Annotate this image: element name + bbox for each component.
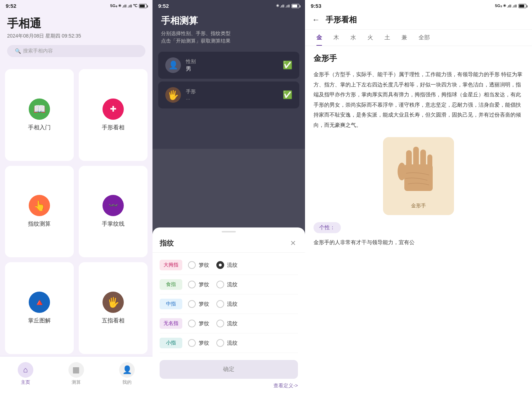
middle-luowen-radio[interactable] bbox=[188, 300, 196, 308]
search-bar[interactable]: 🔍 搜索手相内容 bbox=[7, 45, 145, 57]
grid-item-palm-mounds[interactable]: 🔺 掌丘图解 bbox=[5, 262, 74, 354]
battery-2 bbox=[292, 4, 299, 8]
thumb-liuwen-option[interactable]: 流纹 bbox=[216, 261, 238, 269]
modal-close-button[interactable]: ✕ bbox=[288, 238, 298, 248]
thumb-luowen-label: 箩纹 bbox=[199, 262, 209, 269]
time-3: 9:53 bbox=[311, 3, 321, 9]
battery-3 bbox=[519, 4, 526, 8]
middle-tag: 中指 bbox=[160, 299, 182, 309]
tab-jian[interactable]: 兼 bbox=[396, 30, 413, 46]
home-icon: ⌂ bbox=[18, 362, 33, 378]
grid-item-palm-lines[interactable]: 〰️ 手掌纹线 bbox=[79, 166, 148, 258]
palm-lines-label: 手掌纹线 bbox=[102, 220, 124, 228]
thumb-luowen-option[interactable]: 箩纹 bbox=[188, 261, 209, 269]
hand-shape-icon: ✚ bbox=[102, 98, 124, 120]
middle-luowen-option[interactable]: 箩纹 bbox=[188, 300, 209, 308]
ring-luowen-radio[interactable] bbox=[188, 320, 196, 327]
ring-tag: 无名指 bbox=[160, 318, 182, 329]
battery-1 bbox=[139, 4, 147, 8]
palm-mounds-icon: 🔺 bbox=[29, 292, 50, 313]
tab-huo[interactable]: 火 bbox=[362, 30, 379, 46]
selection-cards: 👤 性别 男 ✅ 🖐 手形 ··· ✅ bbox=[153, 52, 305, 111]
modal-header: 指纹 ✕ bbox=[153, 232, 305, 253]
pinky-liuwen-radio[interactable] bbox=[216, 339, 224, 347]
middle-liuwen-radio[interactable] bbox=[216, 300, 224, 308]
handshape-card[interactable]: 🖐 手形 ··· ✅ bbox=[158, 81, 299, 108]
personality-tag: 个性： bbox=[314, 222, 341, 233]
index-liuwen-option[interactable]: 流纹 bbox=[216, 281, 238, 288]
thumb-liuwen-radio[interactable] bbox=[216, 261, 224, 269]
measure-icon: ▦ bbox=[68, 362, 84, 378]
search-placeholder: 搜索手相内容 bbox=[23, 48, 53, 54]
confirm-button[interactable]: 确定 bbox=[160, 360, 298, 379]
index-luowen-label: 箩纹 bbox=[199, 281, 209, 288]
ring-luowen-label: 箩纹 bbox=[199, 320, 209, 327]
fingerprint-icon: 👆 bbox=[29, 195, 50, 216]
datetime: 2024年08月08日 星期四 09:52:35 bbox=[7, 33, 145, 39]
bottom-nav: ⌂ 主页 ▦ 测算 👤 我的 bbox=[0, 356, 153, 394]
pinky-liuwen-option[interactable]: 流纹 bbox=[216, 339, 238, 347]
status-bar-3: 9:53 5G₅ ✳ .ıll .ıll bbox=[305, 0, 532, 10]
nav-measure[interactable]: ▦ 测算 bbox=[51, 359, 101, 388]
dialog-header: 手相测算 分别选择性别、手形、指纹类型 点击「开始测算」获取测算结果 bbox=[153, 10, 305, 52]
status-icons-2: ✳ .ıll .ıll bbox=[276, 4, 299, 8]
thumb-tag: 大拇指 bbox=[160, 260, 182, 270]
tab-all[interactable]: 全部 bbox=[413, 30, 436, 46]
svg-rect-3 bbox=[413, 147, 419, 167]
time-2: 9:52 bbox=[158, 3, 169, 9]
palmistry-intro-label: 手相入门 bbox=[28, 124, 51, 131]
hand-svg bbox=[395, 143, 442, 200]
palm-mounds-label: 掌丘图解 bbox=[28, 317, 51, 325]
search-icon: 🔍 bbox=[15, 48, 21, 54]
thumb-luowen-radio[interactable] bbox=[188, 261, 196, 269]
svg-rect-5 bbox=[427, 154, 432, 168]
finger-table: 大拇指 箩纹 流纹 食指 箩纹 流纹 bbox=[153, 253, 305, 356]
app-title: 手相通 bbox=[7, 16, 145, 32]
tab-jin[interactable]: 金 bbox=[311, 30, 328, 46]
grid-item-hand-shape[interactable]: ✚ 手形看相 bbox=[79, 69, 148, 161]
nav-profile[interactable]: 👤 我的 bbox=[102, 359, 153, 388]
grid-item-five-fingers[interactable]: 🖐 五指看相 bbox=[79, 262, 148, 354]
modal-link-row: 查看定义-> bbox=[153, 379, 305, 394]
finger-row-ring: 无名指 箩纹 流纹 bbox=[160, 314, 298, 333]
hand-image: 金形手 bbox=[383, 137, 454, 215]
tab-mu[interactable]: 木 bbox=[328, 30, 345, 46]
index-luowen-option[interactable]: 箩纹 bbox=[188, 281, 209, 288]
view-definition-link[interactable]: 查看定义-> bbox=[273, 383, 298, 388]
index-tag: 食指 bbox=[160, 279, 182, 290]
detail-header: ← 手形看相 bbox=[305, 10, 532, 30]
gender-value: 男 bbox=[186, 66, 196, 72]
grid-item-palmistry-intro[interactable]: 📖 手相入门 bbox=[5, 69, 74, 161]
detail-title: 手形看相 bbox=[326, 15, 357, 25]
back-button[interactable]: ← bbox=[312, 15, 320, 24]
tab-shui[interactable]: 水 bbox=[345, 30, 362, 46]
gender-check-icon: ✅ bbox=[283, 61, 292, 70]
nav-home[interactable]: ⌂ 主页 bbox=[0, 359, 51, 388]
personality-section: 个性： 金形手的人非常有才干与领导能力，宜有公 bbox=[314, 222, 523, 247]
pinky-luowen-option[interactable]: 箩纹 bbox=[188, 339, 209, 347]
middle-liuwen-option[interactable]: 流纹 bbox=[216, 300, 238, 308]
profile-icon: 👤 bbox=[119, 362, 135, 378]
five-fingers-icon: 🖐 bbox=[102, 292, 124, 313]
pinky-liuwen-label: 流纹 bbox=[227, 340, 238, 347]
pinky-luowen-label: 箩纹 bbox=[199, 340, 209, 347]
middle-liuwen-label: 流纹 bbox=[227, 301, 238, 308]
pinky-luowen-radio[interactable] bbox=[188, 339, 196, 347]
fingerprint-modal: 指纹 ✕ 大拇指 箩纹 流纹 食指 箩纹 bbox=[153, 227, 305, 394]
tab-tu[interactable]: 土 bbox=[379, 30, 396, 46]
ring-liuwen-radio[interactable] bbox=[216, 320, 224, 327]
index-liuwen-radio[interactable] bbox=[216, 281, 224, 288]
feature-grid: 📖 手相入门 ✚ 手形看相 👆 指纹测算 〰️ 手掌纹线 🔺 掌丘图解 🖐 五指… bbox=[0, 67, 153, 356]
handshape-check-icon: ✅ bbox=[283, 90, 292, 100]
index-liuwen-label: 流纹 bbox=[227, 281, 238, 288]
five-fingers-label: 五指看相 bbox=[102, 317, 124, 325]
thumb-liuwen-label: 流纹 bbox=[227, 262, 238, 269]
ring-liuwen-option[interactable]: 流纹 bbox=[216, 320, 238, 327]
dialog-title: 手相测算 bbox=[161, 15, 297, 27]
status-bar-1: 9:52 5G₆ ✳ .ıll .ıll ℃ bbox=[0, 0, 153, 10]
index-luowen-radio[interactable] bbox=[188, 281, 196, 288]
gender-card[interactable]: 👤 性别 男 ✅ bbox=[158, 52, 299, 79]
ring-luowen-option[interactable]: 箩纹 bbox=[188, 320, 209, 327]
panel-main: 9:52 5G₆ ✳ .ıll .ıll ℃ 手相通 2024年08月08日 星… bbox=[0, 0, 153, 394]
grid-item-fingerprint[interactable]: 👆 指纹测算 bbox=[5, 166, 74, 258]
